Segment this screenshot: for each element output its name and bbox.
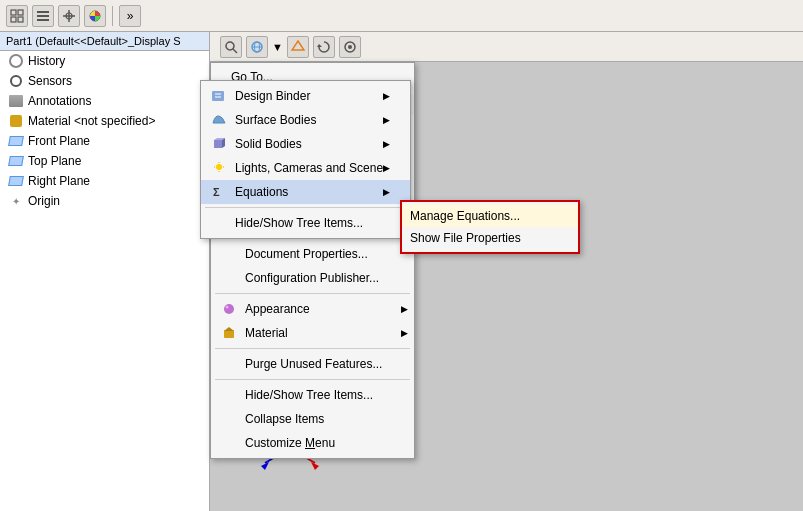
menu-design-binder[interactable]: Design Binder ▶	[201, 84, 410, 108]
lights-icon	[209, 160, 229, 176]
hide-show-icon	[219, 387, 239, 403]
tree-item-history[interactable]: History	[0, 51, 209, 71]
menu-hide-show-tree[interactable]: Hide/Show Tree Items...	[211, 383, 414, 407]
submenu-separator	[205, 207, 406, 208]
toolbar-top: »	[0, 0, 803, 32]
color-wheel-icon[interactable]	[84, 5, 106, 27]
svg-rect-46	[214, 140, 222, 148]
tree-item-annotations[interactable]: Annotations	[0, 91, 209, 111]
menu-show-file-properties[interactable]: Show File Properties	[402, 227, 578, 249]
menu-collapse-items[interactable]: Collapse Items	[211, 407, 414, 431]
customize-icon	[219, 435, 239, 451]
surface-bodies-icon	[209, 112, 229, 128]
svg-marker-25	[261, 462, 269, 470]
svg-rect-1	[18, 10, 23, 15]
menu-separator-5	[215, 379, 410, 380]
context-menu-l3: Manage Equations... Show File Properties	[400, 200, 580, 254]
grid-icon[interactable]	[6, 5, 28, 27]
menu-doc-properties[interactable]: Document Properties...	[211, 242, 414, 266]
menu-equations[interactable]: Σ Equations ▶	[201, 180, 410, 204]
menu-appearance[interactable]: Appearance	[211, 297, 414, 321]
globe-icon[interactable]	[246, 36, 268, 58]
binder-icon	[209, 88, 229, 104]
svg-point-19	[348, 45, 352, 49]
menu-lights-cameras[interactable]: Lights, Cameras and Scene ▶	[201, 156, 410, 180]
sensors-icon	[8, 73, 24, 89]
tree-item-front-plane[interactable]: Front Plane	[0, 131, 209, 151]
svg-marker-16	[292, 41, 304, 50]
more-icon[interactable]: »	[119, 5, 141, 27]
solid-bodies-icon	[209, 136, 229, 152]
origin-icon: ✦	[8, 193, 24, 209]
tree-item-material[interactable]: Material <not specified>	[0, 111, 209, 131]
menu-material[interactable]: Material	[211, 321, 414, 345]
svg-rect-6	[37, 19, 49, 21]
svg-marker-17	[317, 44, 322, 47]
material-menu-icon	[219, 325, 239, 341]
material-icon	[8, 113, 24, 129]
svg-line-12	[233, 49, 237, 53]
tree-item-right-plane[interactable]: Right Plane	[0, 171, 209, 191]
context-menu-l2: Design Binder ▶ Surface Bodies ▶ Solid B…	[200, 80, 411, 239]
plane-icon	[8, 133, 24, 149]
tree-item-origin[interactable]: ✦ Origin	[0, 191, 209, 211]
panel-title: Part1 (Default<<Default>_Display S	[0, 32, 209, 51]
svg-marker-42	[224, 327, 234, 331]
menu-manage-equations[interactable]: Manage Equations...	[402, 205, 578, 227]
tree-item-top-plane[interactable]: Top Plane	[0, 151, 209, 171]
options-icon[interactable]	[339, 36, 361, 58]
search-icon[interactable]	[220, 36, 242, 58]
shape3d-icon[interactable]	[287, 36, 309, 58]
svg-rect-4	[37, 11, 49, 13]
menu-solid-bodies[interactable]: Solid Bodies ▶	[201, 132, 410, 156]
tree-item-sensors[interactable]: Sensors	[0, 71, 209, 91]
svg-marker-23	[311, 462, 319, 470]
hide-show-tree-icon	[209, 215, 229, 231]
plane-icon	[8, 153, 24, 169]
svg-rect-3	[18, 17, 23, 22]
annotations-icon	[8, 93, 24, 109]
toolbar-secondary: ▼	[210, 32, 803, 62]
rebuild-icon[interactable]	[313, 36, 335, 58]
svg-point-39	[224, 304, 234, 314]
menu-surface-bodies[interactable]: Surface Bodies ▶	[201, 108, 410, 132]
menu-separator-4	[215, 348, 410, 349]
toolbar-separator	[112, 6, 113, 26]
svg-rect-41	[224, 330, 234, 338]
crosshair-icon[interactable]	[58, 5, 80, 27]
svg-rect-5	[37, 15, 49, 17]
appearance-icon	[219, 301, 239, 317]
config-publisher-icon	[219, 270, 239, 286]
menu-config-publisher[interactable]: Configuration Publisher...	[211, 266, 414, 290]
svg-rect-43	[212, 91, 224, 101]
menu-hide-show-tree-items[interactable]: Hide/Show Tree Items...	[201, 211, 410, 235]
svg-point-40	[226, 306, 229, 309]
svg-rect-2	[11, 17, 16, 22]
left-panel: Part1 (Default<<Default>_Display S Histo…	[0, 32, 210, 511]
menu-customize[interactable]: Customize Menu	[211, 431, 414, 455]
history-icon	[8, 53, 24, 69]
menu-separator-3	[215, 293, 410, 294]
doc-properties-icon	[219, 246, 239, 262]
purge-icon	[219, 356, 239, 372]
svg-text:Σ: Σ	[213, 186, 220, 198]
list-icon[interactable]	[32, 5, 54, 27]
collapse-icon	[219, 411, 239, 427]
plane-icon	[8, 173, 24, 189]
svg-point-11	[226, 42, 234, 50]
menu-purge-unused[interactable]: Purge Unused Features...	[211, 352, 414, 376]
svg-rect-0	[11, 10, 16, 15]
equations-icon: Σ	[209, 184, 229, 200]
svg-point-49	[216, 164, 222, 170]
